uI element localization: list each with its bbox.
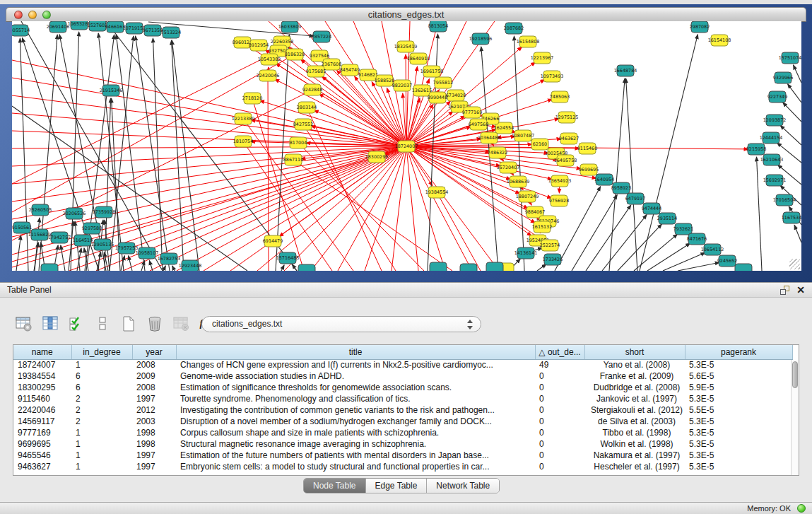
graph-node[interactable]: 16210643 [760,154,784,165]
graph-node[interactable] [735,264,752,271]
graph-node[interactable]: 9175685 [306,66,326,77]
graph-node[interactable]: 2522574 [540,240,560,251]
graph-node[interactable]: 8215958 [746,144,766,155]
graph-node[interactable]: 16961758 [420,66,444,77]
table-row[interactable]: 1830029562008Estimation of significance … [13,382,792,393]
show-column-icon[interactable] [40,314,60,334]
graph-node[interactable]: 12213389 [232,113,255,124]
close-window-icon[interactable] [14,11,23,19]
graph-node[interactable]: 17359928 [93,206,116,218]
graph-node[interactable]: 10807487 [512,130,535,141]
graph-node[interactable]: 9115460 [577,143,597,154]
graph-node[interactable]: 9297588 [82,223,102,234]
delete-trash-icon[interactable] [145,314,165,334]
zoom-window-icon[interactable] [42,11,51,19]
graph-node[interactable]: 16648784 [614,65,637,76]
graph-node[interactable]: 9227349 [767,91,787,103]
graph-node[interactable]: 16495758 [554,155,577,166]
graph-node[interactable]: 12923448 [179,260,202,271]
graph-node[interactable]: 2803144 [297,102,317,113]
scrollbar-thumb[interactable] [792,361,798,388]
graph-node[interactable]: 10543382 [258,54,281,65]
tab-edge-table[interactable]: Edge Table [366,479,428,493]
graph-node[interactable]: 17957253 [115,243,139,254]
graph-node[interactable]: 12093872 [763,115,787,126]
citation-graph[interactable]: 1872400789601238912954222603589327508105… [12,21,801,271]
row-height-icon[interactable] [93,314,112,334]
table-row[interactable]: 946362711997Embryonic stem cells: a mode… [13,461,792,472]
graph-node[interactable]: 8186328 [285,49,305,60]
table-scrollbar[interactable] [791,360,799,476]
graph-node[interactable]: 6479197 [625,193,645,204]
graph-node[interactable]: 1733426 [543,254,563,265]
table-row[interactable]: 946554611997Estimation of the future num… [13,450,792,461]
graph-node[interactable]: 62160 [531,139,548,150]
graph-node[interactable]: 7513224 [161,27,181,38]
network-canvas[interactable]: 1872400789601238912954222603589327508105… [12,21,801,271]
graph-node[interactable]: 8813054 [428,21,448,32]
graph-node[interactable]: 10973493 [541,71,564,82]
graph-node[interactable]: 22420046 [257,70,280,81]
select-columns-icon[interactable] [66,314,86,334]
graph-node[interactable]: 18640910 [407,53,430,64]
graph-node[interactable]: 19384554 [425,187,449,198]
table-row[interactable]: 1456911722003Disruption of a novel membe… [13,416,792,427]
graph-node[interactable]: 20691406 [47,21,70,33]
graph-node[interactable]: 2935114 [657,213,677,224]
graph-node[interactable]: 14136141 [514,247,538,259]
graph-node[interactable]: 8471676 [687,233,707,245]
graph-node[interactable]: 6734028 [446,90,466,101]
graph-node[interactable]: 2987082 [690,21,710,33]
graph-node[interactable]: 16782753 [158,253,181,264]
table-selector-dropdown[interactable]: citations_edges.txt [201,316,481,332]
column-header-1[interactable]: in_degree [71,345,132,359]
graph-node[interactable]: 1164519 [73,235,93,246]
close-panel-icon[interactable]: ✕ [796,284,805,296]
graph-node[interactable]: 15692971 [763,175,787,186]
table-mode-icon[interactable] [14,314,34,334]
graph-node[interactable]: 16033809 [278,21,302,33]
graph-node[interactable] [430,262,447,271]
graph-node[interactable]: 8822037 [392,80,412,91]
resize-grip[interactable] [789,259,800,269]
graph-node[interactable] [298,264,315,271]
graph-node[interactable]: 17016504 [773,194,796,206]
graph-node[interactable]: 9055714 [12,25,30,36]
graph-node[interactable]: 12213967 [531,52,554,64]
graph-node[interactable]: 18300295 [365,151,389,163]
table-row[interactable]: 911546021997Tourette syndrome. Phenomeno… [13,393,792,404]
column-header-0[interactable]: name [13,345,71,359]
graph-node[interactable]: 12905135 [91,239,114,250]
graph-node[interactable]: 25260505 [29,204,52,216]
graph-node[interactable]: 8958923 [611,182,631,194]
graph-node[interactable]: 20364486 [478,132,501,144]
table-row[interactable]: 1938455462009Genome-wide association stu… [13,370,792,382]
graph-node[interactable]: 12444154 [760,132,783,144]
graph-node[interactable] [41,264,58,271]
graph-node[interactable]: 1640954 [594,174,614,185]
graph-node[interactable]: 12975125 [555,112,579,123]
table-row[interactable]: 1872400712008Changes of HCN gene express… [13,359,792,370]
tab-node-table[interactable]: Node Table [304,479,366,493]
table-row[interactable]: 2242004622012Investigating the contribut… [13,404,792,416]
graph-node[interactable]: 7932621 [673,223,693,235]
graph-node[interactable]: 7485063 [550,91,570,103]
graph-node[interactable]: 18807249 [516,191,539,202]
graph-node[interactable]: 7486322 [488,147,507,158]
graph-node[interactable]: 8912954 [249,40,269,51]
graph-node[interactable]: 18724007 [395,141,418,152]
node-table[interactable]: namein_degreeyeartitle△ out_de...shortpa… [13,344,799,476]
graph-node[interactable]: 9242848 [302,84,322,95]
minimize-window-icon[interactable] [28,11,37,19]
graph-node[interactable]: 1615132 [532,221,552,233]
graph-node[interactable] [486,262,503,271]
graph-node[interactable]: 8427552 [293,119,313,130]
graph-node[interactable]: 10688639 [507,176,530,187]
graph-node[interactable]: 9474444 [642,203,661,214]
graph-node[interactable]: 2087682 [504,23,524,34]
graph-node[interactable]: 13654923 [548,175,572,187]
column-header-3[interactable]: title [176,345,535,359]
graph-node[interactable]: 6914479 [263,235,283,247]
graph-node[interactable]: 9777169 [462,107,482,118]
graph-node[interactable]: 16154108 [708,35,731,46]
